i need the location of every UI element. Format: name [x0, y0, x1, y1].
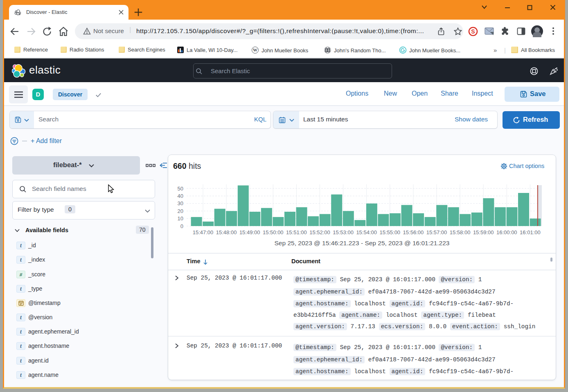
svg-text:15:50:00: 15:50:00 [263, 229, 284, 235]
svg-text:15:57:00: 15:57:00 [426, 229, 447, 235]
svg-text:15:48:00: 15:48:00 [216, 229, 237, 235]
svg-text:15:56:00: 15:56:00 [403, 229, 424, 235]
svg-text:W: W [253, 47, 257, 52]
svg-text:15:55:00: 15:55:00 [379, 229, 400, 235]
svg-text:50: 50 [178, 186, 183, 192]
svg-text:15:47:00: 15:47:00 [193, 229, 214, 235]
svg-text:15:54:00: 15:54:00 [356, 229, 377, 235]
svg-text:15:51:00: 15:51:00 [286, 229, 307, 235]
svg-text:S: S [471, 28, 475, 35]
svg-text:40: 40 [178, 193, 183, 199]
svg-text:15:58:00: 15:58:00 [450, 229, 471, 235]
svg-text:15:49:00: 15:49:00 [239, 229, 260, 235]
svg-text:16:01:00: 16:01:00 [520, 229, 541, 235]
svg-text:30: 30 [178, 200, 183, 206]
svg-text:0: 0 [180, 223, 183, 229]
svg-text:15:53:00: 15:53:00 [333, 229, 354, 235]
svg-text:16:00:00: 16:00:00 [496, 229, 517, 235]
svg-text:10: 10 [178, 215, 183, 222]
svg-text:15:52:00: 15:52:00 [309, 229, 330, 235]
svg-text:15:59:00: 15:59:00 [473, 229, 494, 235]
svg-text:20: 20 [178, 208, 183, 214]
